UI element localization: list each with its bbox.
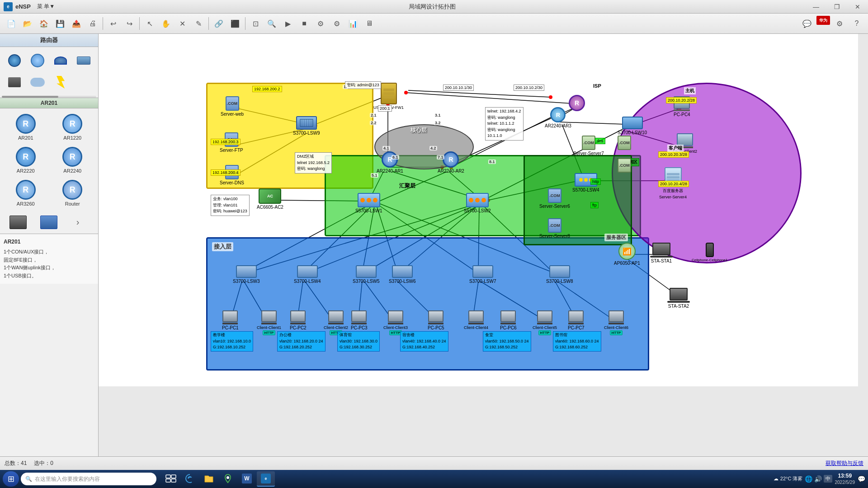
export-btn[interactable]: 📤: [69, 16, 84, 31]
explorer-btn[interactable]: [200, 471, 218, 487]
help-feedback-link[interactable]: 获取帮助与反馈: [826, 460, 863, 467]
anno-200-20-4-28: 200.10.20.4/28: [658, 181, 689, 187]
draw-btn[interactable]: ✎: [191, 16, 206, 31]
open-btn[interactable]: 📂: [20, 16, 35, 31]
port-21: 2.1: [370, 113, 377, 117]
node-pc7[interactable]: PC-PC7: [568, 310, 585, 330]
node-s3700-lsw7[interactable]: S3700-LSW7: [469, 265, 496, 284]
zoom-fit-btn[interactable]: ⊡: [248, 16, 263, 31]
node-pc5[interactable]: PC-PC5: [428, 310, 444, 330]
maximize-button[interactable]: ❐: [826, 0, 847, 14]
node-s3700-lsw4[interactable]: S3700-LSW4: [294, 265, 321, 284]
monitor-btn[interactable]: 🖥: [362, 16, 377, 31]
node-pc1[interactable]: PC-PC1: [222, 310, 239, 330]
play-btn[interactable]: ▶: [280, 16, 296, 31]
node-client4[interactable]: Client-Client4: [464, 310, 488, 330]
anno-telnet-ar3: telnet: 192.168.4.2密码: wanglongtelnet: 1…: [485, 107, 524, 141]
sidebar-icon-2[interactable]: [27, 51, 48, 70]
new-btn[interactable]: 📄: [4, 16, 19, 31]
port-42: 4.2: [429, 146, 437, 150]
taskbar-clock[interactable]: 13:59 2022/5/29: [835, 472, 855, 486]
menu-button[interactable]: 菜 单▼: [33, 3, 58, 10]
node-ar2240-ar3[interactable]: R AR2240-AR3: [545, 107, 571, 128]
taskview-btn[interactable]: [162, 471, 180, 487]
chat-btn[interactable]: 💬: [799, 16, 815, 31]
hand-btn[interactable]: ✋: [158, 16, 174, 31]
node-s3700-lsw5[interactable]: S3700-LSW5: [353, 265, 379, 284]
network-icon[interactable]: 🌐: [805, 475, 812, 483]
sidebar-misc-3[interactable]: ›: [66, 214, 94, 232]
print-btn[interactable]: 🖨: [85, 16, 100, 31]
node-pc2[interactable]: PC-PC2: [290, 310, 307, 330]
volume-icon[interactable]: 🔊: [814, 475, 822, 483]
sidebar-misc-2[interactable]: [34, 214, 63, 232]
node-s5700-lsw2[interactable]: S5700-LSW2: [464, 193, 491, 213]
node-ac6605[interactable]: AC AC6605-AC2: [257, 188, 283, 210]
sidebar-icon-3[interactable]: [50, 51, 71, 70]
save-btn[interactable]: 💾: [52, 16, 68, 31]
node-server8[interactable]: .COM Server-Server8: [539, 218, 570, 239]
zoom-in-btn[interactable]: 🔍: [264, 16, 279, 31]
link-btn[interactable]: 🔗: [211, 16, 226, 31]
sidebar-ar201[interactable]: R AR201: [4, 112, 48, 142]
square-btn[interactable]: ⬛: [227, 16, 243, 31]
sidebar-ar2240[interactable]: R AR2240: [51, 145, 95, 175]
ensp-btn[interactable]: e: [257, 471, 275, 487]
sidebar-ar2220[interactable]: R AR2220: [4, 145, 48, 175]
config1-btn[interactable]: ⚙: [313, 16, 328, 31]
settings-btn[interactable]: ⚙: [832, 16, 847, 31]
node-s3700-lsw9[interactable]: S3700-LSW9: [293, 116, 320, 136]
delete-btn[interactable]: ✕: [175, 16, 190, 31]
sidebar-router[interactable]: R Router: [51, 178, 95, 208]
node-client6[interactable]: Client-Client6 HTTP: [604, 310, 628, 335]
node-s3700-lsw8[interactable]: S3700-LSW8: [546, 265, 573, 284]
input-method[interactable]: 中: [824, 475, 832, 483]
node-cellphone1[interactable]: Cellphone-Cellphone1: [692, 243, 727, 262]
start-button[interactable]: ⊞: [3, 471, 19, 487]
sidebar-icon-4[interactable]: [73, 51, 94, 70]
maps-btn[interactable]: [219, 471, 237, 487]
search-bar[interactable]: 🔍 在这里输入你要搜索的内容: [21, 473, 156, 485]
config2-btn[interactable]: ⚙: [329, 16, 344, 31]
redo-btn[interactable]: ↪: [122, 16, 137, 31]
node-server-web[interactable]: .COM Server-web: [221, 96, 244, 117]
sidebar-icon-7[interactable]: [50, 72, 71, 92]
node-s5700-lsw1[interactable]: S5700-LSW1: [355, 193, 382, 213]
sep2: [139, 17, 140, 30]
home-btn[interactable]: 🏠: [36, 16, 52, 31]
node-s3700-lsw6[interactable]: S3700-LSW6: [389, 265, 415, 284]
sidebar-icon-6[interactable]: [27, 72, 48, 92]
edge-browser-btn[interactable]: [181, 471, 199, 487]
node-server6[interactable]: .COM Server-Server6: [539, 188, 570, 209]
help-btn[interactable]: ?: [849, 16, 864, 31]
sidebar-icon-5[interactable]: [4, 72, 25, 92]
sidebar-description: AR201 1个CON/AUX接口， 固定8FE接口， 1个WAN侧uplink…: [0, 234, 98, 284]
undo-btn[interactable]: ↩: [105, 16, 121, 31]
anno-200-20-3-28: 200.10.20.3/28: [658, 151, 689, 158]
close-button[interactable]: ✕: [847, 0, 868, 14]
sidebar-icon-1[interactable]: [4, 51, 25, 70]
word-btn[interactable]: W: [238, 471, 256, 487]
canvas-area[interactable]: 接入层 服务器区 .COM Server-web .COM: [99, 34, 868, 456]
node-pc3[interactable]: PC-PC3: [351, 310, 368, 330]
sidebar-misc-1[interactable]: [4, 214, 33, 232]
port-31: 3.1: [434, 113, 442, 117]
canvas-scroll[interactable]: 接入层 服务器区 .COM Server-web .COM: [99, 34, 868, 456]
anno-200-10-1: 200.10.10.1/30: [443, 84, 474, 91]
status-total: 总数：41: [5, 460, 27, 467]
sidebar-ar3260[interactable]: R AR3260: [4, 178, 48, 208]
sidebar-ar1220[interactable]: R AR1220: [51, 112, 95, 142]
node-s3700-lsw10[interactable]: S3700-LSW10: [618, 117, 647, 135]
table-btn[interactable]: 📊: [345, 16, 361, 31]
node-pc6[interactable]: PC-PC6: [500, 310, 517, 330]
node-s3700-lsw3[interactable]: S3700-LSW3: [233, 265, 259, 284]
notification-btn[interactable]: 💬: [858, 475, 865, 483]
minimize-button[interactable]: —: [806, 0, 826, 14]
network-canvas: 接入层 服务器区 .COM Server-web .COM: [99, 34, 858, 386]
stop-btn[interactable]: ■: [297, 16, 312, 31]
select-btn[interactable]: ↖: [142, 16, 157, 31]
node-sta2[interactable]: STA-STA2: [667, 288, 690, 309]
node-ap6050[interactable]: 📶 AP6050-AP1: [614, 243, 640, 266]
node-sta1[interactable]: STA-STA1: [650, 243, 673, 263]
node-ar2240-ar1[interactable]: R AR2240-AR1: [377, 151, 403, 174]
